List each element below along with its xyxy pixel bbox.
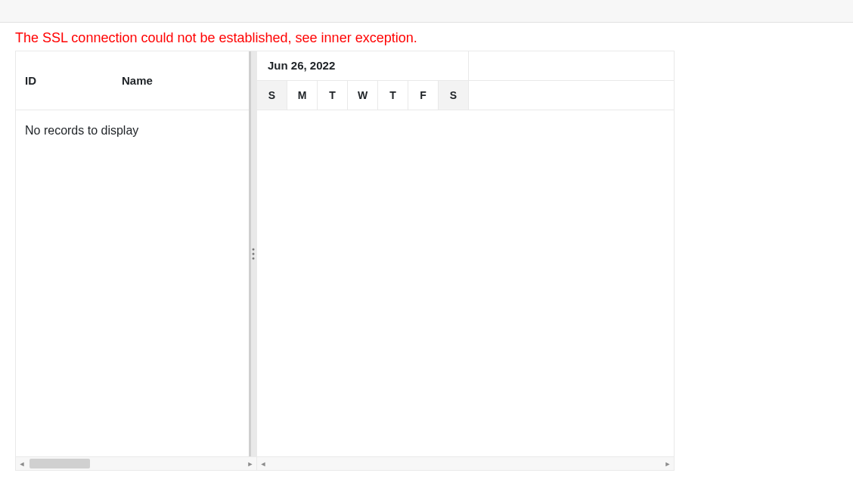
- timeline-header-days: SMTWTFS: [257, 81, 674, 110]
- grip-icon: [252, 249, 254, 260]
- scroll-track[interactable]: [28, 457, 244, 470]
- grid-header: ID Name: [16, 51, 249, 110]
- timeline-pane: Jun 26, 2022 SMTWTFS: [257, 51, 674, 456]
- grid-col-name[interactable]: Name: [113, 51, 249, 110]
- gantt-body: ID Name No records to display Jun 26, 20…: [16, 51, 674, 456]
- gantt-container: ID Name No records to display Jun 26, 20…: [15, 51, 675, 471]
- timeline-day-cell: T: [318, 81, 348, 110]
- grid-empty-text: No records to display: [16, 110, 249, 151]
- timeline-hscrollbar[interactable]: ◄ ►: [257, 457, 674, 470]
- scroll-track[interactable]: [269, 457, 662, 470]
- timeline-day-cell: S: [439, 81, 469, 110]
- timeline-day-cell: T: [378, 81, 408, 110]
- timeline-day-cell: F: [408, 81, 439, 110]
- scroll-thumb[interactable]: [29, 459, 90, 468]
- grid-content: No records to display: [16, 110, 249, 456]
- grid-hscrollbar[interactable]: ◄ ►: [16, 457, 257, 470]
- timeline-range-label: Jun 26, 2022: [257, 51, 469, 80]
- error-message: The SSL connection could not be establis…: [0, 23, 853, 51]
- scroll-left-icon[interactable]: ◄: [257, 458, 269, 470]
- grid-col-id[interactable]: ID: [16, 51, 113, 110]
- gantt-footer: ◄ ► ◄ ►: [16, 456, 674, 470]
- scroll-left-icon[interactable]: ◄: [16, 458, 28, 470]
- timeline-day-cell: S: [257, 81, 287, 110]
- scroll-right-icon[interactable]: ►: [662, 458, 674, 470]
- top-band: [0, 0, 853, 23]
- pane-splitter[interactable]: [249, 51, 257, 456]
- scroll-right-icon[interactable]: ►: [244, 458, 256, 470]
- timeline-header: Jun 26, 2022 SMTWTFS: [257, 51, 674, 110]
- timeline-day-cell: W: [348, 81, 378, 110]
- timeline-header-top: Jun 26, 2022: [257, 51, 674, 81]
- grid-pane: ID Name No records to display: [16, 51, 249, 456]
- timeline-day-cell: M: [287, 81, 318, 110]
- timeline-content[interactable]: [257, 110, 674, 456]
